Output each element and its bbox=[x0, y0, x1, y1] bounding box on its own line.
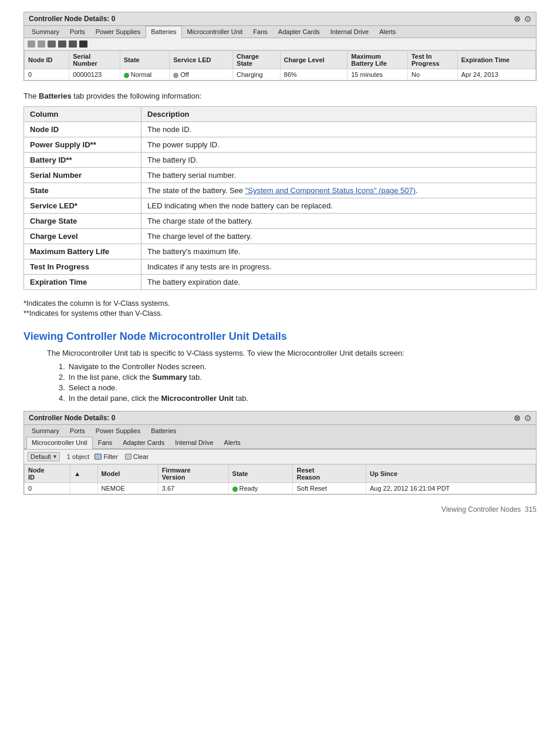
desc-row-max-battery-life: Maximum Battery Life The battery's maxim… bbox=[24, 244, 537, 259]
tab2-fans[interactable]: Fans bbox=[93, 437, 117, 448]
info-text: The Batteries tab provides the following… bbox=[23, 92, 537, 100]
filter-icon bbox=[95, 454, 102, 460]
col-charge-state: ChargeState bbox=[233, 51, 281, 69]
panel2-title: Controller Node Details: 0 bbox=[29, 414, 115, 422]
desc-col-charge-state: Charge State bbox=[24, 214, 141, 229]
panel1-toolbar bbox=[24, 38, 536, 50]
desc-val-battery-id: The battery ID. bbox=[141, 153, 537, 168]
desc-val-charge-state: The charge state of the battery. bbox=[141, 214, 537, 229]
cell-charge-state: Charging bbox=[233, 69, 281, 80]
desc-col-header: Column bbox=[24, 107, 141, 122]
cell-state: Normal bbox=[120, 69, 169, 80]
toolbar-icon-4[interactable] bbox=[58, 40, 66, 48]
p2-state-dot bbox=[232, 487, 238, 492]
col-service-led: Service LED bbox=[170, 51, 233, 69]
dropdown-label: Default bbox=[31, 453, 51, 460]
panel2-tabs-row1: Summary Ports Power Supplies Batteries bbox=[24, 425, 536, 437]
desc-table: Column Description Node ID The node ID. … bbox=[23, 106, 537, 290]
info-bold: Batteries bbox=[39, 92, 72, 100]
p2-cell-sort bbox=[70, 483, 97, 494]
desc-col-max-battery-life: Maximum Battery Life bbox=[24, 244, 141, 259]
cell-node-id: 0 bbox=[25, 69, 69, 80]
tab-summary[interactable]: Summary bbox=[26, 26, 65, 38]
obj-count: 1 object bbox=[67, 453, 90, 460]
p2-col-sort[interactable]: ▲ bbox=[70, 465, 97, 483]
panel2-icon-close[interactable]: ⊗ bbox=[514, 413, 521, 423]
desc-row-node-id: Node ID The node ID. bbox=[24, 122, 537, 137]
desc-row-state: State The state of the battery. See "Sys… bbox=[24, 183, 537, 198]
desc-col-power-supply-id: Power Supply ID** bbox=[24, 137, 141, 153]
state-dot bbox=[124, 73, 129, 78]
desc-val-service-led: LED indicating when the node battery can… bbox=[141, 198, 537, 214]
panel1-icon-close[interactable]: ⊗ bbox=[514, 14, 521, 23]
toolbar-icon-1[interactable] bbox=[28, 40, 35, 48]
footer: Viewing Controller Nodes 315 bbox=[23, 505, 537, 514]
toolbar-icon-6[interactable] bbox=[79, 40, 87, 48]
tab-fans[interactable]: Fans bbox=[248, 26, 272, 38]
desc-col-test-in-progress: Test In Progress bbox=[24, 259, 141, 275]
col-expiration-time: Expiration Time bbox=[457, 51, 535, 69]
step-2-text: In the list pane, click the Summary tab. bbox=[69, 373, 202, 382]
panel1-title: Controller Node Details: 0 bbox=[29, 15, 115, 23]
tab2-batteries[interactable]: Batteries bbox=[146, 425, 181, 437]
p2-col-up-since: Up Since bbox=[366, 465, 535, 483]
default-dropdown[interactable]: Default ▼ bbox=[28, 452, 60, 461]
toolbar-icon-5[interactable] bbox=[69, 40, 77, 48]
p2-col-reset-reason: ResetReason bbox=[293, 465, 366, 483]
desc-val-node-id: The node ID. bbox=[141, 122, 537, 137]
step-4-text: In the detail pane, click the Microcontr… bbox=[69, 394, 248, 403]
p2-col-firmware: FirmwareVersion bbox=[158, 465, 228, 483]
desc-row-charge-state: Charge State The charge state of the bat… bbox=[24, 214, 537, 229]
panel2-icons: ⊗ ⊙ bbox=[514, 413, 531, 423]
tab2-summary[interactable]: Summary bbox=[26, 425, 65, 437]
p2-cell-node-id: 0 bbox=[25, 483, 70, 494]
panel2-table: NodeID ▲ Model FirmwareVersion State Res… bbox=[24, 464, 536, 494]
steps-list: 1.Navigate to the Controller Nodes scree… bbox=[59, 362, 537, 403]
tab2-internal-drive[interactable]: Internal Drive bbox=[170, 437, 218, 448]
desc-col-state: State bbox=[24, 183, 141, 198]
panel1-icon-refresh[interactable]: ⊙ bbox=[524, 14, 531, 23]
panel2-tabs-row2: Microcontroller Unit Fans Adapter Cards … bbox=[24, 437, 536, 449]
step-4-num: 4. bbox=[59, 394, 65, 403]
desc-val-serial-number: The battery serial number. bbox=[141, 168, 537, 183]
cell-service-led: Off bbox=[170, 69, 233, 80]
step-2-num: 2. bbox=[59, 373, 65, 382]
desc-row-power-supply-id: Power Supply ID** The power supply ID. bbox=[24, 137, 537, 153]
step-3-num: 3. bbox=[59, 383, 65, 392]
toolbar-icon-2[interactable] bbox=[38, 40, 45, 48]
filter-button[interactable]: Filter bbox=[93, 453, 119, 461]
toolbar-icon-3[interactable] bbox=[48, 40, 56, 48]
tab-microcontroller-unit[interactable]: Microcontroller Unit bbox=[182, 26, 248, 38]
col-state: State bbox=[120, 51, 169, 69]
desc-row-test-in-progress: Test In Progress Indicates if any tests … bbox=[24, 259, 537, 275]
tab-adapter-cards[interactable]: Adapter Cards bbox=[273, 26, 325, 38]
desc-col-serial-number: Serial Number bbox=[24, 168, 141, 183]
tab-batteries[interactable]: Batteries bbox=[146, 26, 181, 38]
tab-ports[interactable]: Ports bbox=[65, 26, 90, 38]
tab2-microcontroller-unit[interactable]: Microcontroller Unit bbox=[26, 437, 93, 449]
tab-internal-drive[interactable]: Internal Drive bbox=[325, 26, 374, 38]
desc-row-battery-id: Battery ID** The battery ID. bbox=[24, 153, 537, 168]
panel2-toolbar: Default ▼ 1 object Filter Clear bbox=[24, 450, 536, 464]
state-link[interactable]: "System and Component Status Icons" (pag… bbox=[245, 186, 416, 195]
tab2-ports[interactable]: Ports bbox=[65, 425, 90, 437]
panel2-icon-refresh[interactable]: ⊙ bbox=[524, 413, 531, 423]
tab2-power-supplies[interactable]: Power Supplies bbox=[90, 425, 146, 437]
info-prefix: The bbox=[23, 92, 39, 100]
p2-col-model: Model bbox=[97, 465, 158, 483]
panel1-tabs: Summary Ports Power Supplies Batteries M… bbox=[24, 26, 536, 38]
cell-expiration-time: Apr 24, 2013 bbox=[457, 69, 535, 80]
desc-row-charge-level: Charge Level The charge level of the bat… bbox=[24, 229, 537, 244]
tab-alerts[interactable]: Alerts bbox=[374, 26, 401, 38]
tab2-alerts[interactable]: Alerts bbox=[219, 437, 246, 448]
panel2: Controller Node Details: 0 ⊗ ⊙ Summary P… bbox=[23, 411, 537, 495]
cell-serial-number: 00000123 bbox=[69, 69, 120, 80]
tab-power-supplies[interactable]: Power Supplies bbox=[90, 26, 146, 38]
table-row: 0 00000123 Normal Off Charging 86% 15 mi… bbox=[25, 69, 536, 80]
clear-button[interactable]: Clear bbox=[123, 453, 150, 461]
desc-description-header: Description bbox=[141, 107, 537, 122]
tab2-adapter-cards[interactable]: Adapter Cards bbox=[117, 437, 170, 448]
note-2: **Indicates for systems other than V-Cla… bbox=[23, 309, 537, 318]
panel1: Controller Node Details: 0 ⊗ ⊙ Summary P… bbox=[23, 12, 537, 81]
col-node-id: Node ID bbox=[25, 51, 69, 69]
